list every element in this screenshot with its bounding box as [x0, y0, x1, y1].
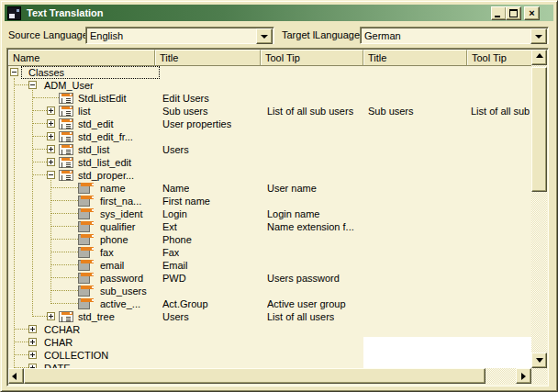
- cell-title: Email: [162, 259, 188, 272]
- form-icon: [59, 106, 73, 117]
- tree-row-adm-user[interactable]: ADM_User: [8, 79, 531, 92]
- expand-toggle-icon[interactable]: [47, 132, 55, 140]
- dropdown-arrow-icon: [261, 35, 268, 39]
- column-header-name[interactable]: Name: [8, 50, 155, 66]
- field-icon: [78, 273, 95, 284]
- column-header-tooltip[interactable]: Tool Tip: [261, 50, 363, 66]
- dropdown-arrow-icon: [535, 35, 542, 39]
- tree-row-std-list-edit[interactable]: std_list_edit: [8, 156, 531, 169]
- tree-guide-stub: [33, 149, 47, 150]
- tree-guide-stub: [51, 187, 78, 188]
- column-header-title2[interactable]: Title: [363, 50, 467, 66]
- expand-toggle-icon[interactable]: [28, 325, 37, 333]
- tree-item-label: CCHAR: [44, 323, 80, 336]
- field-icon: [78, 234, 95, 245]
- expand-toggle-icon[interactable]: [47, 158, 55, 166]
- scrollbar-corner: [531, 368, 547, 384]
- tree-guide-stub: [33, 316, 47, 317]
- scroll-right-button[interactable]: [516, 368, 531, 384]
- tree-guide-stub: [33, 174, 47, 175]
- expand-toggle-icon[interactable]: [47, 145, 55, 153]
- tree-row-std-tree[interactable]: std_treeUsersList of all users: [8, 310, 531, 323]
- cell-title: Sub users: [162, 105, 208, 118]
- collapse-toggle-icon[interactable]: [47, 171, 55, 179]
- tree-guide-stub: [51, 264, 78, 265]
- tree-guide-stub: [15, 329, 28, 330]
- tree-row-list[interactable]: listSub usersList of all sub usersSub us…: [8, 105, 531, 118]
- tree-row-sub-users[interactable]: sub_users: [8, 285, 531, 297]
- tree-row-phone[interactable]: phonePhone: [8, 233, 531, 246]
- expand-toggle-icon[interactable]: [28, 351, 37, 359]
- minimize-button[interactable]: [491, 6, 507, 20]
- field-icon: [78, 286, 95, 297]
- tree-item-label: std_tree: [78, 310, 115, 323]
- column-header-tooltip2[interactable]: Tool Tip: [467, 50, 532, 66]
- field-icon: [78, 298, 95, 309]
- cell-title: PWD: [162, 272, 186, 285]
- close-button[interactable]: ×: [524, 6, 540, 20]
- tree-guide-stub: [15, 342, 28, 342]
- tree-row-char[interactable]: CHAR: [8, 336, 531, 349]
- tree-row-cchar[interactable]: CCHAR: [8, 323, 531, 336]
- collapse-toggle-icon[interactable]: [10, 68, 18, 76]
- scroll-left-button[interactable]: [8, 368, 24, 384]
- scroll-down-button[interactable]: [531, 353, 547, 368]
- vertical-scrollbar[interactable]: [531, 50, 547, 368]
- maximize-button[interactable]: [506, 6, 521, 20]
- tree-guide-stub: [33, 110, 47, 111]
- expand-toggle-icon[interactable]: [47, 119, 55, 128]
- tree-row-sys-ident[interactable]: sys_identLoginLogin name: [8, 207, 531, 220]
- tree-row-email[interactable]: emailEmail: [8, 259, 531, 272]
- field-icon: [78, 221, 95, 232]
- tree-row-std-proper-[interactable]: std_proper...: [8, 169, 531, 182]
- cell-tip: Users password: [267, 272, 340, 285]
- cell-title: Act.Group: [162, 297, 208, 310]
- tree-row-stdlistedit[interactable]: StdListEditEdit Users: [8, 92, 531, 105]
- collapse-toggle-icon[interactable]: [28, 81, 37, 89]
- expand-toggle-icon[interactable]: [47, 312, 55, 320]
- tree-row-classes[interactable]: Classes: [8, 66, 531, 79]
- window-icon[interactable]: [7, 6, 21, 20]
- tree-guide-stub: [15, 354, 28, 355]
- tree-guide-stub: [51, 213, 78, 214]
- source-dropdown-button[interactable]: [256, 28, 273, 44]
- tree-row-collection[interactable]: COLLECTION: [8, 349, 531, 362]
- source-language-label: Source Language: [8, 29, 88, 40]
- target-language-value: German: [364, 29, 401, 42]
- tree-item-label: email: [100, 259, 124, 272]
- cell-tip2: List of all sub users: [471, 105, 530, 118]
- title-bar[interactable]: Text Translation ×: [5, 5, 553, 21]
- tree-row-std-list[interactable]: std_listUsers: [8, 143, 531, 156]
- tree-row-name[interactable]: nameNameUser name: [8, 182, 531, 195]
- tree-row-std-edit-fr-[interactable]: std_edit_fr...: [8, 130, 531, 143]
- field-icon: [78, 183, 95, 194]
- target-language-label: Target lLanguage: [282, 29, 360, 40]
- vertical-scroll-thumb[interactable]: [531, 67, 547, 192]
- tree-item-label: std_edit_fr...: [78, 130, 133, 143]
- form-icon: [59, 93, 73, 104]
- cell-tip: User name: [267, 182, 317, 195]
- tree-row-password[interactable]: passwordPWDUsers password: [8, 272, 531, 285]
- form-icon: [59, 157, 73, 168]
- cell-title: Users: [162, 310, 189, 323]
- tree-item-label: std_proper...: [78, 169, 134, 182]
- source-language-select[interactable]: English: [85, 27, 274, 44]
- tree-row-qualifier[interactable]: qualifierExtName extension f...: [8, 220, 531, 233]
- column-header-title[interactable]: Title: [155, 50, 261, 66]
- target-dropdown-button[interactable]: [530, 28, 547, 44]
- tree-row-std-edit[interactable]: std_editUser properties: [8, 118, 531, 130]
- maximize-icon: [509, 9, 518, 17]
- target-language-select[interactable]: German: [360, 27, 549, 44]
- tree-guide-stub: [51, 252, 78, 252]
- horizontal-scrollbar[interactable]: [8, 368, 531, 384]
- tree-row-active-[interactable]: active_...Act.GroupActive user group: [8, 297, 531, 310]
- horizontal-scroll-thumb[interactable]: [24, 368, 485, 384]
- expand-toggle-icon[interactable]: [47, 106, 55, 115]
- tree-row-first-na-[interactable]: first_na...First name: [8, 195, 531, 207]
- scroll-up-button[interactable]: [531, 50, 547, 65]
- tree-row-date[interactable]: DATE: [8, 362, 531, 368]
- expand-toggle-icon[interactable]: [28, 338, 37, 346]
- tree-guide-stub: [33, 136, 47, 137]
- tree-item-label: first_na...: [100, 195, 141, 207]
- tree-row-fax[interactable]: faxFax: [8, 246, 531, 259]
